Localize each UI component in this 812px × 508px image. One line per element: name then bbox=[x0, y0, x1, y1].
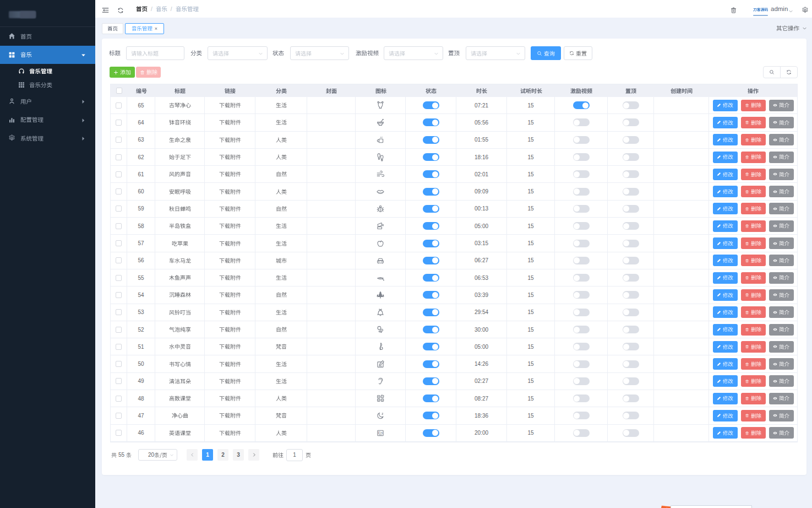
svg-text:En: En bbox=[378, 431, 383, 435]
